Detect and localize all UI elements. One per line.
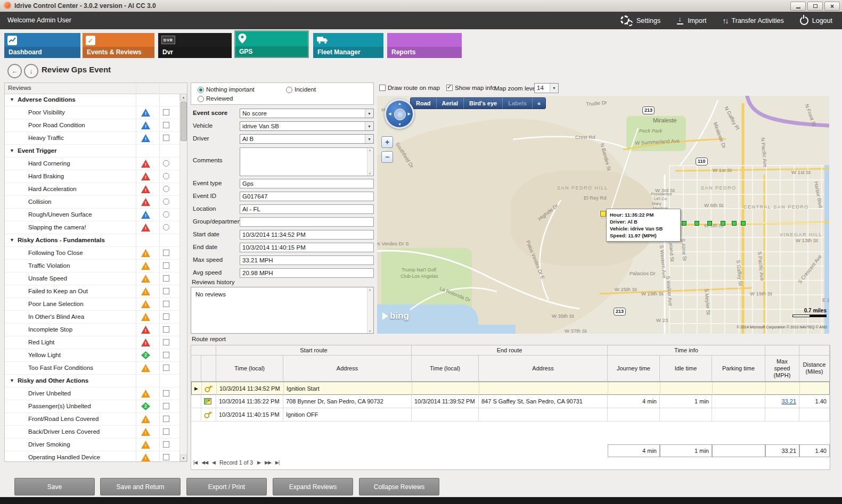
route-row-2[interactable]: 10/3/2014 11:35:22 PM708 Bynner Dr, San … xyxy=(191,395,830,408)
review-item-yellow-light[interactable]: Yellow Light2 xyxy=(5,349,180,362)
route-point-marker[interactable] xyxy=(707,221,712,226)
review-checkbox[interactable] xyxy=(163,339,169,345)
review-group-event-trigger[interactable]: ▼Event Trigger xyxy=(5,145,180,158)
settings-button[interactable]: Settings xyxy=(620,15,660,26)
event-type-field[interactable] xyxy=(240,179,374,188)
review-checkbox[interactable] xyxy=(163,441,169,448)
maximize-button[interactable] xyxy=(807,2,823,11)
map-compass[interactable]: ▲ ▼ ◀ ▶ xyxy=(385,99,414,129)
nothing-important-radio[interactable] xyxy=(198,87,204,93)
review-group-adverse-conditions[interactable]: ▼Adverse Conditions xyxy=(5,94,180,106)
pager-last-icon[interactable]: ▶| xyxy=(275,460,279,465)
draw-route-checkbox[interactable] xyxy=(379,85,386,91)
review-item-rough-uneven-surface[interactable]: Rough/Uneven Surface! xyxy=(5,209,180,221)
end-date-field[interactable] xyxy=(240,243,374,252)
route-row-3[interactable]: 10/3/2014 11:40:15 PMIgnition OFF xyxy=(191,408,830,422)
close-button[interactable]: × xyxy=(824,2,840,11)
vehicle-select[interactable]: idrive Van SB▼ xyxy=(240,121,374,131)
collapse-triangle-icon[interactable]: ▼ xyxy=(10,97,14,102)
scrollbar-thumb[interactable] xyxy=(181,102,187,141)
event-score-select[interactable]: No score▼ xyxy=(240,109,374,118)
pager-prev-icon[interactable]: ◀ xyxy=(212,460,215,465)
review-radio[interactable] xyxy=(163,160,169,167)
review-checkbox[interactable] xyxy=(163,403,169,409)
minimize-button[interactable] xyxy=(790,2,806,11)
map-canvas[interactable]: st Rd ETrudie Dr213N Gaffey PlN Front St… xyxy=(377,96,829,334)
review-item-poor-visibility[interactable]: Poor Visibility! xyxy=(5,106,180,119)
expand-reviews-button[interactable]: Expand Reviews xyxy=(273,478,353,495)
review-item-poor-road-condition[interactable]: Poor Road Condition! xyxy=(5,119,180,132)
start-date-field[interactable] xyxy=(240,230,374,239)
pager-first-icon[interactable]: |◀ xyxy=(193,460,197,465)
route-point-marker[interactable] xyxy=(682,221,686,226)
pan-south-icon[interactable]: ▼ xyxy=(398,122,402,126)
max-speed-field[interactable] xyxy=(240,255,374,265)
review-item-unsafe-speed[interactable]: Unsafe Speed! xyxy=(5,272,180,285)
back-button[interactable]: ← xyxy=(7,64,22,78)
review-checkbox[interactable] xyxy=(163,301,169,307)
review-checkbox[interactable] xyxy=(163,416,169,422)
review-item-too-fast-for-conditions[interactable]: Too Fast For Conditions! xyxy=(5,362,180,375)
review-checkbox[interactable] xyxy=(163,365,169,371)
review-item-poor-lane-selection[interactable]: Poor Lane Selection! xyxy=(5,298,180,311)
transfer-activities-button[interactable]: ↑↓ Transfer Activities xyxy=(723,16,784,25)
scroll-down-icon[interactable]: ▼ xyxy=(180,455,187,461)
textarea-scrollbar[interactable] xyxy=(367,148,373,176)
route-row-1[interactable]: ▶10/3/2014 11:34:52 PMIgnition Start xyxy=(191,382,830,395)
review-checkbox[interactable] xyxy=(163,250,169,256)
review-item-hard-acceleration[interactable]: Hard Acceleration! xyxy=(5,183,180,196)
zoom-out-button[interactable]: − xyxy=(381,151,393,163)
tab-fleet-manager[interactable]: Fleet Manager xyxy=(313,33,383,58)
review-item-traffic-violation[interactable]: Traffic Violation! xyxy=(5,260,180,272)
incident-radio[interactable] xyxy=(286,87,292,93)
review-checkbox[interactable] xyxy=(163,288,169,294)
pager-next-icon[interactable]: ▶ xyxy=(257,460,260,465)
review-item-failed-to-keep-an-out[interactable]: Failed to Keep an Out! xyxy=(5,285,180,298)
review-checkbox[interactable] xyxy=(163,109,169,115)
reviews-scrollbar[interactable]: ▲ ▼ xyxy=(179,94,187,461)
export-print-button[interactable]: Export / Print xyxy=(186,478,267,495)
review-checkbox[interactable] xyxy=(163,313,169,320)
down-button[interactable]: ↓ xyxy=(24,64,38,78)
review-checkbox[interactable] xyxy=(163,454,169,460)
map-zoom-select[interactable]: 14 ▼ xyxy=(534,83,559,93)
save-button[interactable]: Save xyxy=(14,478,95,495)
tab-reports[interactable]: Reports xyxy=(387,33,462,58)
review-item-hard-braking[interactable]: Hard Braking! xyxy=(5,170,180,183)
collapse-triangle-icon[interactable]: ▼ xyxy=(10,148,14,153)
selected-point-marker[interactable] xyxy=(600,211,606,217)
reviewed-radio[interactable] xyxy=(198,96,204,102)
review-item-collision[interactable]: Collision! xyxy=(5,196,180,209)
route-point-marker[interactable] xyxy=(694,221,699,226)
review-radio[interactable] xyxy=(163,199,169,205)
reviews-history-scrollbar[interactable] xyxy=(367,287,373,333)
driver-select[interactable]: Al B▼ xyxy=(240,134,374,144)
pager-next-page-icon[interactable]: ▶▶ xyxy=(265,460,271,465)
review-radio[interactable] xyxy=(163,186,169,192)
logout-button[interactable]: Logout xyxy=(800,16,832,25)
tab-gps[interactable]: GPS xyxy=(234,30,309,58)
location-field[interactable] xyxy=(240,204,374,214)
review-radio[interactable] xyxy=(163,173,169,179)
review-item-following-too-close[interactable]: Following Too Close! xyxy=(5,247,180,260)
avg-speed-field[interactable] xyxy=(240,268,374,278)
map-labels-button[interactable]: Labels xyxy=(503,98,533,109)
pan-east-icon[interactable]: ▶ xyxy=(408,112,411,116)
review-checkbox[interactable] xyxy=(163,122,169,128)
review-checkbox[interactable] xyxy=(163,352,169,358)
review-item-front-road-lens-covered[interactable]: Front/Road Lens Covered! xyxy=(5,413,180,426)
review-item-heavy-traffic[interactable]: Heavy Traffic! xyxy=(5,132,180,145)
zoom-in-button[interactable]: + xyxy=(381,136,393,148)
tab-dashboard[interactable]: Dashboard xyxy=(4,33,80,58)
pan-north-icon[interactable]: ▲ xyxy=(398,102,402,105)
scroll-up-icon[interactable]: ▲ xyxy=(180,94,187,101)
review-item-driver-unbelted[interactable]: Driver Unbelted! xyxy=(5,387,180,400)
review-item-hard-cornering[interactable]: Hard Cornering! xyxy=(5,158,180,170)
review-checkbox[interactable] xyxy=(163,275,169,282)
review-checkbox[interactable] xyxy=(163,135,169,141)
review-checkbox[interactable] xyxy=(163,262,169,269)
collapse-triangle-icon[interactable]: ▼ xyxy=(10,237,14,243)
route-point-marker[interactable] xyxy=(732,221,737,226)
review-item-incomplete-stop[interactable]: Incomplete Stop! xyxy=(5,324,180,336)
review-item-slapping-the-camera[interactable]: Slapping the camera!! xyxy=(5,221,180,234)
